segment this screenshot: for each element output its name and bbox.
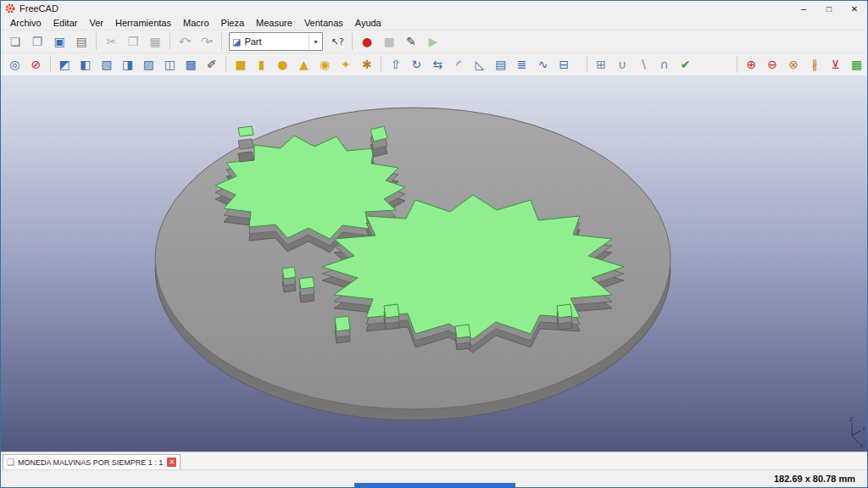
view-bottom-button[interactable]: ◫ bbox=[160, 54, 180, 75]
shape-builder-button[interactable]: ✦ bbox=[337, 54, 356, 75]
redo-button[interactable]: ↷▾ bbox=[197, 31, 217, 52]
join-connect-button[interactable]: ⊕ bbox=[742, 54, 761, 75]
save-icon: ▣ bbox=[53, 36, 64, 47]
torus-button[interactable]: ◉ bbox=[315, 54, 335, 75]
menu-pieza[interactable]: Pieza bbox=[215, 17, 251, 29]
separator bbox=[737, 56, 737, 73]
revolve-button[interactable]: ↻ bbox=[407, 54, 426, 75]
undo-button[interactable]: ↶▾ bbox=[175, 31, 195, 52]
islet[interactable] bbox=[335, 316, 350, 343]
document-tab[interactable]: ❏ MONEDA MALVINAS POR SIEMPRE 1 : 1 ✕ bbox=[3, 454, 181, 469]
open-folder-icon: ❐ bbox=[32, 36, 43, 47]
whats-this-button[interactable]: ↖? bbox=[327, 31, 348, 52]
viewport-canvas[interactable]: Z Y X bbox=[1, 75, 867, 452]
macro-play-button[interactable]: ▶ bbox=[423, 31, 443, 52]
islet[interactable] bbox=[557, 304, 572, 330]
menu-ver[interactable]: Ver bbox=[83, 17, 109, 29]
view-rear-button[interactable]: ▨ bbox=[139, 54, 159, 75]
measure-sketch-icon: ✐ bbox=[207, 58, 217, 70]
slice-icon: ∦ bbox=[811, 58, 817, 70]
view-front-button[interactable]: ◧ bbox=[75, 54, 95, 75]
minimize-button[interactable]: – bbox=[791, 1, 816, 16]
measure-sketch-button[interactable]: ✐ bbox=[203, 54, 222, 75]
cone-button[interactable]: ▲ bbox=[294, 54, 314, 75]
paste-button[interactable]: ▦ bbox=[145, 31, 165, 52]
compound-button[interactable]: ⊞ bbox=[592, 54, 611, 75]
macro-stop-button[interactable]: ■ bbox=[379, 31, 399, 52]
cut-button[interactable]: ✂ bbox=[101, 31, 121, 52]
join-embed-button[interactable]: ⊖ bbox=[763, 54, 782, 75]
file-toolbar: ❏ ❐ ▣ ▤ ✂ ❒ ▦ ↶▾ ↷▾ ◪ Part ▾ ↖? ● ■ ✎ ▶ bbox=[1, 30, 867, 53]
box-button[interactable]: ■ bbox=[231, 54, 250, 75]
mirror-button[interactable]: ⇆ bbox=[428, 54, 448, 75]
new-file-button[interactable]: ❏ bbox=[5, 31, 25, 52]
macro-edit-button[interactable]: ✎ bbox=[401, 31, 421, 52]
separator bbox=[381, 56, 381, 73]
sphere-button[interactable]: ● bbox=[273, 54, 292, 75]
separator bbox=[50, 56, 51, 73]
measure-clear-button[interactable]: ▦ bbox=[847, 54, 866, 75]
chamfer-icon: ◺ bbox=[476, 58, 485, 70]
check-geometry-button[interactable]: ✔ bbox=[676, 54, 695, 75]
slice-button[interactable]: ∦ bbox=[804, 54, 824, 75]
boolean-intersection-button[interactable]: ∩ bbox=[654, 54, 674, 75]
menu-ventanas[interactable]: Ventanas bbox=[298, 17, 349, 29]
boolean-intersection-icon: ∩ bbox=[660, 58, 669, 70]
close-button[interactable]: ✕ bbox=[842, 1, 867, 16]
save-button[interactable]: ▣ bbox=[49, 31, 70, 52]
view-left-button[interactable]: ▩ bbox=[181, 54, 201, 75]
island-east-falkland[interactable] bbox=[322, 195, 624, 352]
islet[interactable] bbox=[238, 126, 253, 162]
maximize-button[interactable]: □ bbox=[816, 1, 842, 16]
chamfer-button[interactable]: ◺ bbox=[470, 54, 490, 75]
menu-ayuda[interactable]: Ayuda bbox=[349, 17, 387, 29]
boolean-xor-button[interactable]: ⊻ bbox=[826, 54, 845, 75]
dimensions-readout: 182.69 x 80.78 mm bbox=[774, 474, 855, 484]
view-top-icon: ▧ bbox=[101, 58, 112, 70]
cylinder-button[interactable]: ▮ bbox=[252, 54, 271, 75]
view-right-button[interactable]: ◨ bbox=[118, 54, 137, 75]
fit-all-button[interactable]: ◎ bbox=[5, 54, 25, 75]
fillet-icon: ◜ bbox=[456, 58, 460, 70]
menu-editar[interactable]: Editar bbox=[47, 17, 84, 29]
loft-icon: ≣ bbox=[517, 58, 527, 70]
view-top-button[interactable]: ▧ bbox=[97, 54, 116, 75]
join-cutout-button[interactable]: ⊗ bbox=[784, 54, 804, 75]
status-bar: 182.69 x 80.78 mm bbox=[1, 469, 867, 487]
view-axonometric-button[interactable]: ◩ bbox=[55, 54, 75, 75]
primitives-button[interactable]: ✱ bbox=[357, 54, 376, 75]
ruled-surface-icon: ▤ bbox=[495, 58, 506, 70]
loft-button[interactable]: ≣ bbox=[512, 54, 531, 75]
view-rear-icon: ▨ bbox=[143, 58, 154, 70]
sweep-button[interactable]: ∿ bbox=[533, 54, 553, 75]
check-geometry-icon: ✔ bbox=[681, 58, 691, 70]
open-button[interactable]: ❐ bbox=[27, 31, 47, 52]
extrude-button[interactable]: ⇧ bbox=[386, 54, 405, 75]
3d-viewport[interactable]: Z Y X bbox=[1, 75, 867, 452]
fillet-button[interactable]: ◜ bbox=[449, 54, 469, 75]
print-button[interactable]: ▤ bbox=[71, 31, 92, 52]
boolean-union-button[interactable]: ∪ bbox=[613, 54, 632, 75]
copy-button[interactable]: ❒ bbox=[123, 31, 143, 52]
macro-record-button[interactable]: ● bbox=[357, 31, 377, 52]
menu-measure[interactable]: Measure bbox=[250, 17, 298, 29]
workbench-selector[interactable]: ◪ Part ▾ bbox=[229, 32, 323, 51]
section-button[interactable]: ⊟ bbox=[554, 54, 574, 75]
islet[interactable] bbox=[455, 324, 470, 350]
menu-herramientas[interactable]: Herramientas bbox=[109, 17, 177, 29]
part-toolbar: ◎ ⊘ ◩ ◧ ▧ ◨ ▨ ◫ ▩ ✐ ■ ▮ ● ▲ ◉ ✦ ✱ ⇧ ↻ ⇆ … bbox=[1, 53, 867, 75]
menu-archivo[interactable]: Archivo bbox=[4, 17, 47, 29]
menu-macro[interactable]: Macro bbox=[177, 17, 215, 29]
islet[interactable] bbox=[384, 304, 399, 330]
macro-record-icon: ● bbox=[362, 36, 372, 47]
islet[interactable] bbox=[370, 126, 387, 157]
shape-builder-icon: ✦ bbox=[341, 58, 351, 70]
menu-bar: Archivo Editar Ver Herramientas Macro Pi… bbox=[1, 16, 867, 30]
islet[interactable] bbox=[299, 277, 314, 302]
join-cutout-icon: ⊗ bbox=[788, 58, 798, 70]
ruled-surface-button[interactable]: ▤ bbox=[491, 54, 510, 75]
draw-style-button[interactable]: ⊘ bbox=[26, 54, 46, 75]
islet[interactable] bbox=[282, 267, 296, 292]
boolean-cut-button[interactable]: ∖ bbox=[633, 54, 653, 75]
tab-close-icon[interactable]: ✕ bbox=[167, 458, 176, 467]
